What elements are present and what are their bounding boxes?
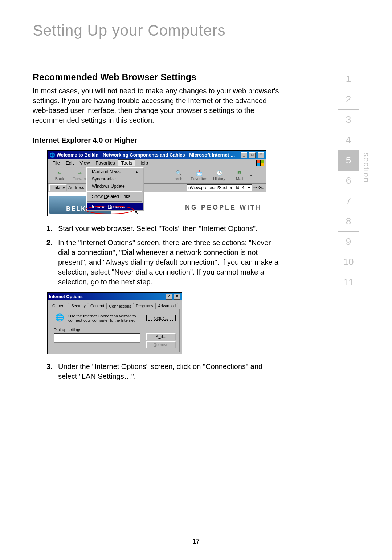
step-1: Start your web browser. Select "Tools" t… bbox=[54, 224, 279, 234]
menu-help[interactable]: Help bbox=[135, 160, 151, 166]
internet-options-screenshot: Internet Options ? × General Security Co… bbox=[47, 292, 182, 354]
red-highlight-circle bbox=[85, 206, 134, 214]
go-icon[interactable]: ↪ bbox=[253, 185, 257, 190]
ie-icon: 🌐 bbox=[49, 152, 55, 158]
window-controls[interactable]: _ □ × bbox=[240, 151, 264, 158]
tab-general[interactable]: General bbox=[50, 303, 69, 309]
menu-file[interactable]: File bbox=[49, 160, 63, 166]
back-button[interactable]: ⇦Back bbox=[49, 170, 70, 181]
nav-3[interactable]: 3 bbox=[338, 110, 359, 130]
nav-11[interactable]: 11 bbox=[338, 272, 359, 292]
remove-button[interactable]: Remove bbox=[146, 341, 176, 348]
steps-list: Start your web browser. Select "Tools" t… bbox=[33, 224, 279, 287]
tab-content[interactable]: Content bbox=[88, 303, 107, 309]
maximize-icon[interactable]: □ bbox=[249, 152, 256, 158]
step-3: Under the "Internet Options" screen, cli… bbox=[54, 362, 279, 381]
page-number: 17 bbox=[192, 538, 200, 545]
steps-list-2: Under the "Internet Options" screen, cli… bbox=[33, 362, 279, 381]
add-button[interactable]: Add... bbox=[146, 333, 176, 340]
menu-favorites[interactable]: Favorites bbox=[93, 160, 118, 166]
browser-viewport: BELKIN NG PEOPLE WITH bbox=[48, 192, 266, 216]
tab-programs[interactable]: Programs bbox=[134, 303, 156, 309]
section-nav: 1 2 3 4 5 6 7 8 9 10 11 bbox=[338, 69, 359, 292]
nav-7[interactable]: 7 bbox=[338, 191, 359, 211]
page-title: Setting Up your Computers bbox=[33, 22, 359, 39]
menu-synchronize[interactable]: Synchronize... bbox=[87, 175, 143, 183]
windows-flag-icon bbox=[256, 160, 264, 166]
menu-view[interactable]: View bbox=[77, 160, 93, 166]
step-2: In the "Internet Options" screen, there … bbox=[54, 238, 279, 287]
menu-mail-news[interactable]: Mail and News▸ bbox=[87, 168, 143, 175]
dialup-label: Dial-up settings bbox=[54, 328, 176, 332]
nav-5[interactable]: 5 bbox=[338, 150, 359, 171]
nav-10[interactable]: 10 bbox=[338, 252, 359, 272]
chevron-down-icon[interactable]: ▾ bbox=[248, 185, 250, 190]
heading-recommended: Recommended Web Browser Settings bbox=[33, 72, 279, 82]
io-title: Internet Options bbox=[49, 294, 165, 299]
tab-connections[interactable]: Connections bbox=[106, 303, 134, 309]
io-titlebar: Internet Options ? × bbox=[48, 293, 182, 300]
tab-security[interactable]: Security bbox=[69, 303, 88, 309]
favorites-button[interactable]: 📩Favorites bbox=[189, 170, 209, 181]
nav-9[interactable]: 9 bbox=[338, 232, 359, 252]
mail-button[interactable]: ✉Mail bbox=[229, 170, 250, 181]
wizard-text: Use the Internet Connection Wizard to co… bbox=[68, 314, 143, 322]
dialup-listbox[interactable] bbox=[54, 333, 140, 343]
close-icon[interactable]: × bbox=[258, 152, 264, 158]
menu-bar: File Edit View Favorites Tools Help bbox=[48, 159, 266, 167]
nav-1[interactable]: 1 bbox=[338, 69, 359, 89]
go-button[interactable]: Go bbox=[258, 185, 264, 190]
heading-ie: Internet Explorer 4.0 or Higher bbox=[33, 136, 279, 145]
nav-2[interactable]: 2 bbox=[338, 89, 359, 110]
history-button[interactable]: 🕓History bbox=[209, 170, 229, 181]
io-tabs: General Security Content Connections Pro… bbox=[48, 300, 182, 309]
ie-titlebar: 🌐 Welcome to Belkin - Networking Compone… bbox=[48, 151, 266, 159]
help-icon[interactable]: ? bbox=[166, 294, 172, 300]
menu-related-links[interactable]: Show Related Links bbox=[87, 193, 143, 200]
tab-advanced[interactable]: Advanced bbox=[155, 303, 178, 309]
window-title: Welcome to Belkin - Networking Component… bbox=[57, 152, 240, 158]
address-bar-row: Links » Address 📄 http://cat nView.proce… bbox=[48, 184, 266, 192]
globe-wizard-icon: 🌐 bbox=[54, 313, 65, 323]
nav-6[interactable]: 6 bbox=[338, 171, 359, 191]
close-icon[interactable]: × bbox=[174, 294, 180, 300]
section-label: section bbox=[362, 153, 371, 183]
banner-text: NG PEOPLE WITH bbox=[185, 204, 262, 211]
ie-screenshot: 🌐 Welcome to Belkin - Networking Compone… bbox=[47, 150, 279, 216]
menu-windows-update[interactable]: Windows Update bbox=[87, 183, 143, 190]
cursor-icon: ↖ bbox=[134, 209, 139, 216]
minimize-icon[interactable]: _ bbox=[241, 152, 247, 158]
menu-tools[interactable]: Tools bbox=[118, 159, 135, 166]
nav-4[interactable]: 4 bbox=[338, 130, 359, 150]
address-field-2[interactable]: nView.process?Section_Id=4▾ bbox=[187, 184, 252, 191]
tools-dropdown: Mail and News▸ Synchronize... Windows Up… bbox=[86, 167, 144, 211]
intro-paragraph: In most cases, you will not need to make… bbox=[33, 86, 279, 125]
toolbar: ⇦Back ⇨Forward ⊗Stop 🔍arch 📩Favorites 🕓H… bbox=[48, 167, 266, 184]
setup-button[interactable]: Setup... bbox=[146, 315, 176, 321]
menu-edit[interactable]: Edit bbox=[63, 160, 77, 166]
address-label: Address bbox=[68, 185, 84, 190]
nav-8[interactable]: 8 bbox=[338, 211, 359, 232]
search-button[interactable]: 🔍arch bbox=[168, 170, 189, 181]
links-button[interactable]: Links » bbox=[49, 184, 67, 191]
